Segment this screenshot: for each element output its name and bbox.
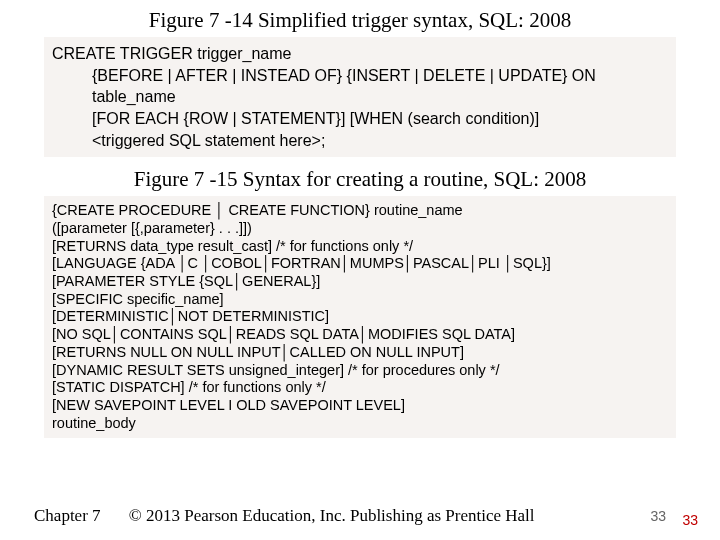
- code-line: {BEFORE | AFTER | INSTEAD OF} {INSERT | …: [44, 65, 676, 87]
- figure-caption-1: Figure 7 -14 Simplified trigger syntax, …: [0, 0, 720, 37]
- footer-copyright: © 2013 Pearson Education, Inc. Publishin…: [129, 506, 535, 526]
- code-line: [SPECIFIC specific_name]: [44, 291, 676, 309]
- code-block-routine: {CREATE PROCEDURE │ CREATE FUNCTION} rou…: [44, 196, 676, 438]
- code-line: [STATIC DISPATCH] /* for functions only …: [44, 379, 676, 397]
- code-line: [LANGUAGE {ADA │C │COBOL│FORTRAN│MUMPS│P…: [44, 255, 676, 273]
- code-line: CREATE TRIGGER trigger_name: [44, 43, 676, 65]
- code-line: table_name: [44, 86, 676, 108]
- code-line: <triggered SQL statement here>;: [44, 130, 676, 152]
- code-line: [DYNAMIC RESULT SETS unsigned_integer] /…: [44, 362, 676, 380]
- code-line: routine_body: [44, 415, 676, 433]
- code-line: {CREATE PROCEDURE │ CREATE FUNCTION} rou…: [44, 202, 676, 220]
- footer-chapter: Chapter 7: [34, 506, 101, 526]
- code-block-trigger: CREATE TRIGGER trigger_name {BEFORE | AF…: [44, 37, 676, 157]
- code-line: [RETURNS NULL ON NULL INPUT│CALLED ON NU…: [44, 344, 676, 362]
- code-line: [NO SQL│CONTAINS SQL│READS SQL DATA│MODI…: [44, 326, 676, 344]
- code-line: [PARAMETER STYLE {SQL│GENERAL}]: [44, 273, 676, 291]
- code-line: [DETERMINISTIC│NOT DETERMINISTIC]: [44, 308, 676, 326]
- code-line: [NEW SAVEPOINT LEVEL I OLD SAVEPOINT LEV…: [44, 397, 676, 415]
- page-number-dark: 33: [650, 508, 666, 524]
- figure-caption-2: Figure 7 -15 Syntax for creating a routi…: [0, 157, 720, 196]
- code-line: [RETURNS data_type result_cast] /* for f…: [44, 238, 676, 256]
- footer: Chapter 7 © 2013 Pearson Education, Inc.…: [0, 506, 720, 526]
- slide: Figure 7 -14 Simplified trigger syntax, …: [0, 0, 720, 540]
- code-line: [FOR EACH {ROW | STATEMENT}] [WHEN (sear…: [44, 108, 676, 130]
- page-number-red: 33: [682, 512, 698, 528]
- code-line: ([parameter [{,parameter} . . .]]): [44, 220, 676, 238]
